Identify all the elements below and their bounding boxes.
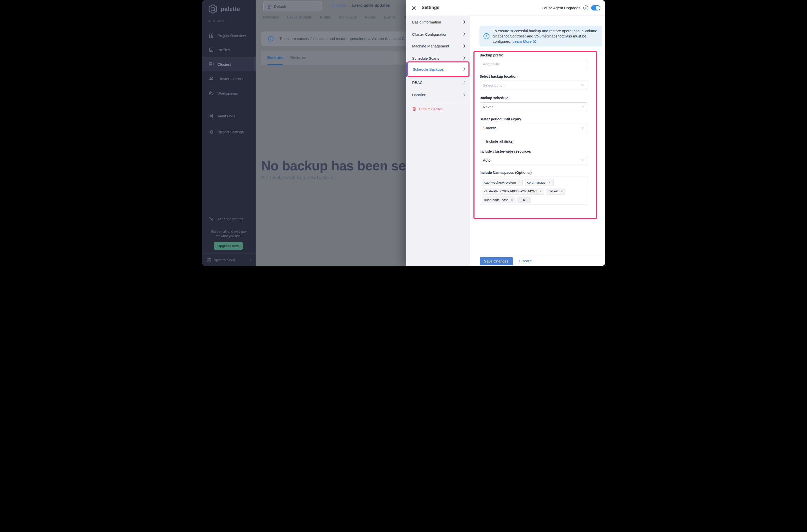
nav-item-schedule-backups[interactable]: Schedule Backups xyxy=(407,61,469,77)
settings-nav: Basic Information Cluster Configuration … xyxy=(406,16,470,266)
namespace-tag: cert-manager✕ xyxy=(525,179,553,186)
project-selector-value: Default xyxy=(274,4,313,8)
drawer-title: Settings xyxy=(422,5,439,10)
snapshot-info-box: i To ensure successful backup and restor… xyxy=(480,26,602,46)
clusters-icon xyxy=(209,62,213,67)
nav-item-rbac[interactable]: RBAC xyxy=(406,76,470,89)
breadcrumb-clusters-link[interactable]: Clusters xyxy=(332,3,346,8)
sidebar-item-workspaces[interactable]: Workspaces xyxy=(202,86,256,100)
chevron-right-icon xyxy=(463,81,466,84)
brand-footer-label: spectro cloud xyxy=(214,258,248,262)
drawer-header: Settings Pause Agent Upgrades i xyxy=(406,0,605,16)
main-content: Default / Clusters / aws-cluster-updates… xyxy=(256,0,407,266)
sidebar-item-label: Project Overview xyxy=(218,34,246,38)
breadcrumb-current: aws-cluster-updates xyxy=(351,3,390,8)
include-all-disks-checkbox[interactable] xyxy=(480,139,484,144)
sidebar-item-project-overview[interactable]: Project Overview xyxy=(202,28,256,43)
breadcrumb-separator: / xyxy=(329,3,330,8)
backup-prefix-input[interactable] xyxy=(480,60,587,68)
backup-schedule-select[interactable]: Never xyxy=(480,102,587,111)
sidebar-item-label: Profiles xyxy=(218,48,230,52)
backup-location-select[interactable]: Select option xyxy=(480,81,587,90)
remove-tag-icon[interactable]: ✕ xyxy=(549,181,551,184)
delete-cluster-button[interactable]: Delete Cluster xyxy=(412,104,443,114)
logo-wordmark: palette xyxy=(221,6,240,13)
sidebar-item-audit-logs[interactable]: Audit Logs xyxy=(202,109,256,123)
project-overview-icon xyxy=(209,33,213,38)
namespace-tag: cluster-6750298e1483b3a200142f7c✕ xyxy=(482,188,544,194)
sidebar-footer: spectro cloud ‹ xyxy=(202,253,256,266)
save-changes-button[interactable]: Save Changes xyxy=(480,257,513,265)
nav-item-machine-management[interactable]: Machine Management xyxy=(406,40,470,52)
settings-drawer: Settings Pause Agent Upgrades i Basic In… xyxy=(406,0,605,266)
subtab-backups[interactable]: Backups xyxy=(267,55,284,60)
backup-schedule-label: Backup schedule xyxy=(480,96,508,100)
sidebar-item-profiles[interactable]: Profiles xyxy=(202,42,256,57)
sidebar: palette 4.6.0-241203 Project Overview Pr… xyxy=(202,0,256,266)
namespace-tag: default✕ xyxy=(546,188,565,194)
include-all-disks-label: Include all disks xyxy=(486,139,513,144)
profiles-icon xyxy=(209,48,213,52)
discard-button[interactable]: Discard xyxy=(519,259,532,263)
more-tags-badge[interactable]: + 4 ... xyxy=(518,196,531,203)
tab-usage-costs[interactable]: Usage & Costs xyxy=(287,15,312,19)
sidebar-item-label: Tenant Settings xyxy=(218,217,243,221)
tab-overview[interactable]: Overview xyxy=(263,15,279,19)
tab-nodes[interactable]: Nodes xyxy=(365,15,376,19)
chevron-down-icon xyxy=(316,5,319,7)
palette-logo-icon xyxy=(208,4,218,14)
chevron-right-icon xyxy=(463,68,466,71)
sidebar-item-project-settings[interactable]: Project Settings xyxy=(202,125,256,139)
sidebar-item-clusters[interactable]: Clusters xyxy=(202,57,256,72)
backup-prefix-label: Backup prefix xyxy=(480,53,503,57)
breadcrumb-separator: / xyxy=(348,3,349,8)
subtab-restores[interactable]: Restores xyxy=(290,55,306,60)
include-namespaces-label: Include Namespaces (Optional) xyxy=(480,171,532,175)
pause-agent-upgrades-control: Pause Agent Upgrades i xyxy=(542,0,600,16)
remove-tag-icon[interactable]: ✕ xyxy=(518,181,520,184)
tab-workloads[interactable]: Workloads xyxy=(339,15,357,19)
cluster-wide-resources-select[interactable]: Auto xyxy=(480,156,587,164)
chevron-down-icon xyxy=(581,84,584,86)
tab-events[interactable]: Events xyxy=(384,15,395,19)
gear-icon xyxy=(209,130,213,134)
upgrade-now-button[interactable]: Upgrade now xyxy=(214,242,243,250)
info-icon: i xyxy=(268,36,274,41)
namespaces-multiselect[interactable]: capi-webhook-system✕ cert-manager✕ clust… xyxy=(480,177,587,205)
tab-truncated[interactable]: S xyxy=(404,15,406,19)
nav-item-cluster-configuration[interactable]: Cluster Configuration xyxy=(406,28,470,40)
backup-info-banner: i To ensure successful backup and restor… xyxy=(261,32,407,46)
empty-state-title: No backup has been set up y xyxy=(261,158,407,173)
project-selector[interactable]: Default xyxy=(263,1,322,11)
logo-row: palette xyxy=(208,4,240,14)
project-scope-icon xyxy=(267,4,271,9)
sidebar-item-label: Clusters xyxy=(218,62,231,66)
sidebar-item-cluster-groups[interactable]: Cluster Groups xyxy=(202,72,256,86)
expiry-period-select[interactable]: 1 month xyxy=(480,124,587,132)
active-subtab-underline xyxy=(267,64,283,65)
info-icon[interactable]: i xyxy=(583,5,588,10)
cluster-groups-icon xyxy=(209,76,213,81)
backup-subtabs: Backups Restores xyxy=(261,51,407,65)
banner-text: To ensure successful backup and restore … xyxy=(280,36,405,41)
close-icon[interactable] xyxy=(412,5,417,11)
sidebar-item-label: Cluster Groups xyxy=(218,77,243,81)
learn-more-link[interactable]: Learn More xyxy=(512,39,532,43)
namespace-tag: capi-webhook-system✕ xyxy=(482,179,523,186)
remove-tag-icon[interactable]: ✕ xyxy=(539,190,542,193)
backup-location-label: Select backup location xyxy=(480,74,518,78)
chevron-right-icon xyxy=(463,44,466,48)
nav-item-location[interactable]: Location xyxy=(406,89,470,101)
chevron-down-icon xyxy=(581,127,584,129)
remove-tag-icon[interactable]: ✕ xyxy=(560,190,563,193)
include-all-disks-row: Include all disks xyxy=(480,139,513,144)
trash-icon xyxy=(412,107,416,111)
tools-icon xyxy=(209,216,213,221)
pause-agent-upgrades-toggle[interactable] xyxy=(591,5,600,11)
nav-item-basic-information[interactable]: Basic Information xyxy=(406,16,470,28)
app-window: palette 4.6.0-241203 Project Overview Pr… xyxy=(202,0,605,266)
remove-tag-icon[interactable]: ✕ xyxy=(510,198,513,202)
collapse-sidebar-icon[interactable]: ‹ xyxy=(250,257,251,263)
sidebar-item-tenant-settings[interactable]: Tenant Settings xyxy=(202,212,256,226)
tab-profile[interactable]: Profile xyxy=(320,15,331,19)
